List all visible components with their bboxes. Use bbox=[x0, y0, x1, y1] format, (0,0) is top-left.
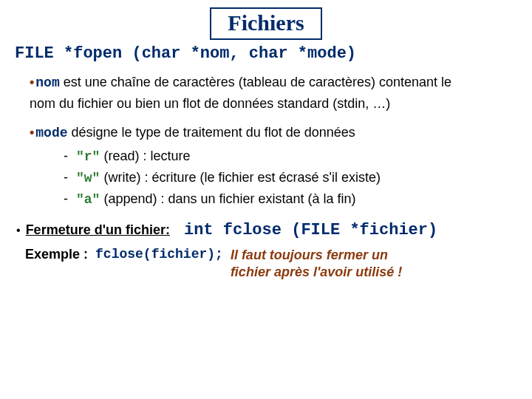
slide-title: Fichiers bbox=[228, 10, 304, 35]
bullet-mode: •mode désigne le type de traitement du f… bbox=[30, 123, 520, 142]
bullet-dot-icon: • bbox=[30, 125, 34, 140]
close-label: Fermeture d'un fichier: bbox=[26, 222, 170, 237]
mode-list: - "r" (read) : lecture - "w" (write) : é… bbox=[64, 146, 520, 211]
example-row: Exemple : fclose(fichier); Il faut toujo… bbox=[25, 247, 520, 282]
mode-kw-r: "r" bbox=[76, 149, 100, 164]
list-item: - "w" (write) : écriture (le fichier est… bbox=[64, 168, 520, 189]
bullet-dot-icon: • bbox=[30, 75, 34, 89]
fclose-signature: int fclose (FILE *fichier) bbox=[184, 221, 437, 239]
list-item: - "r" (read) : lecture bbox=[64, 146, 520, 168]
example-note-line2: fichier après l'avoir utilisé ! bbox=[231, 265, 402, 279]
fopen-signature: FILE *fopen (char *nom, char *mode) bbox=[15, 44, 520, 63]
example-code: fclose(fichier); bbox=[95, 247, 223, 262]
example-label: Exemple : bbox=[25, 247, 88, 262]
dash-icon: - bbox=[64, 170, 68, 185]
mode-desc-a: (append) : dans un fichier existant (à l… bbox=[100, 191, 355, 206]
slide: Fichiers FILE *fopen (char *nom, char *m… bbox=[0, 0, 532, 281]
mode-desc-w: (write) : écriture (le fichier est écras… bbox=[100, 170, 381, 185]
dash-icon: - bbox=[64, 191, 68, 206]
example-note-line1: Il faut toujours fermer un bbox=[231, 248, 388, 262]
example-note: Il faut toujours fermer un fichier après… bbox=[231, 247, 402, 282]
title-box: Fichiers bbox=[210, 7, 321, 40]
title-container: Fichiers bbox=[12, 7, 520, 40]
bullet-nom-cont: nom du fichier ou bien un flot de donnée… bbox=[30, 95, 520, 112]
bullet-mode-text: désigne le type de traitement du flot de… bbox=[68, 125, 355, 140]
bullet-nom-kw: nom bbox=[35, 75, 59, 90]
close-section: • Fermeture d'un fichier: int fclose (FI… bbox=[16, 221, 520, 239]
bullet-dot-icon: • bbox=[16, 224, 21, 236]
list-item: - "a" (append) : dans un fichier existan… bbox=[64, 189, 520, 211]
mode-kw-w: "w" bbox=[76, 171, 100, 185]
bullet-nom: •nom est une chaîne de caractères (table… bbox=[30, 73, 520, 92]
bullet-nom-text1: est une chaîne de caractères (tableau de… bbox=[60, 75, 451, 89]
mode-kw-a: "a" bbox=[76, 192, 100, 207]
bullet-mode-kw: mode bbox=[35, 126, 67, 140]
mode-desc-r: (read) : lecture bbox=[100, 149, 190, 163]
dash-icon: - bbox=[64, 149, 68, 163]
